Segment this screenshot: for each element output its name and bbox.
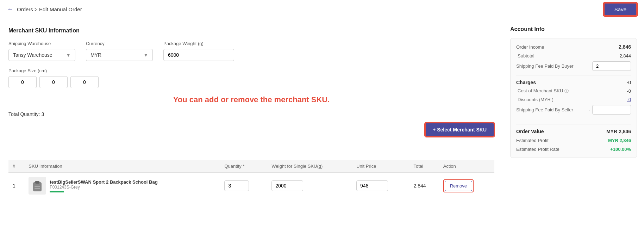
discounts-label: Discounts (MYR ) (518, 97, 554, 102)
shipping-fee-seller-row: Shipping Fee Paid By Seller - (516, 105, 631, 115)
order-income-row: Order Income 2,846 (516, 44, 631, 50)
order-income-value: 2,846 (619, 44, 631, 50)
cell-quantity (220, 173, 267, 199)
size-h-input[interactable]: 0 (39, 76, 68, 88)
estimated-profit-rate-value: +100.00% (610, 147, 631, 152)
package-weight-label: Package Weight (g) (163, 41, 234, 46)
shipping-warehouse-value: Tansy Warehouse (13, 52, 52, 58)
shipping-fee-buyer-input[interactable]: 2 (592, 61, 631, 71)
discounts-value[interactable]: -0 (627, 97, 631, 102)
svg-rect-2 (35, 186, 40, 187)
remove-button[interactable]: Remove (445, 181, 472, 191)
chevron-down-icon: ▼ (66, 52, 71, 58)
package-size-group: Package Size (cm) 0 0 0 (8, 68, 99, 88)
col-total: Total (409, 160, 439, 173)
estimated-profit-label: Estimated Profit (516, 138, 549, 143)
sku-message: You can add or remove the merchant SKU. (8, 95, 494, 104)
currency-value: MYR (90, 52, 101, 58)
package-weight-input[interactable]: 6000 (163, 49, 234, 61)
subtotal-value: 2,844 (619, 53, 631, 59)
charges-row: Charges -0 (516, 80, 631, 85)
main-layout: Merchant SKU Information Shipping Wareho… (0, 19, 644, 246)
remove-btn-wrapper: Remove (443, 179, 474, 192)
sku-controls: Total Quantity: 3 + Select Merchant SKU (8, 111, 494, 142)
charges-label: Charges (516, 80, 536, 85)
info-icon: ⓘ (564, 88, 569, 93)
size-w-input[interactable]: 0 (8, 76, 37, 88)
shipping-fee-seller-dash: - (589, 107, 590, 112)
table-row: 1 testBigSellerSWAN Sport 2 Backpack Sch… (8, 173, 494, 199)
cell-total: 2,844 (409, 173, 439, 199)
svg-rect-3 (35, 188, 40, 189)
right-panel: Account Info Order Income 2,846 Subtotal… (503, 19, 644, 246)
cost-merchant-row: Cost of Merchant SKU ⓘ -0 (516, 88, 631, 94)
divider-1 (516, 75, 631, 75)
form-row-2: Package Size (cm) 0 0 0 (8, 68, 494, 88)
cell-weight (267, 173, 352, 199)
sku-table: # SKU Information Quantity * Weight for … (8, 160, 494, 199)
sku-status-bar (50, 191, 64, 192)
package-size-inputs: 0 0 0 (8, 76, 99, 88)
col-sku-info: SKU Information (24, 160, 220, 173)
sku-weight-input[interactable] (271, 180, 303, 191)
col-action: Action (439, 160, 494, 173)
shipping-fee-buyer-row: Shipping Fee Paid By Buyer 2 (516, 61, 631, 71)
table-header-row: # SKU Information Quantity * Weight for … (8, 160, 494, 173)
order-income-label: Order Income (516, 44, 544, 50)
shipping-fee-buyer-label: Shipping Fee Paid By Buyer (516, 63, 574, 69)
currency-label: Currency (86, 41, 153, 46)
total-qty: Total Quantity: 3 (8, 111, 494, 117)
breadcrumb-area: ← Orders > Edit Manual Order (7, 6, 82, 13)
shipping-warehouse-group: Shipping Warehouse Tansy Warehouse ▼ (8, 41, 75, 61)
currency-select[interactable]: MYR ▼ (86, 49, 153, 61)
order-value-amount: MYR 2,846 (606, 129, 631, 134)
cost-merchant-value: -0 (627, 88, 631, 94)
back-arrow-icon[interactable]: ← (7, 6, 13, 13)
section-title: Merchant SKU Information (8, 27, 494, 34)
shipping-fee-seller-input[interactable] (592, 105, 631, 115)
order-value-row: Order Value MYR 2,846 (516, 124, 631, 134)
svg-rect-1 (35, 181, 39, 184)
estimated-profit-row: Estimated Profit MYR 2,846 (516, 138, 631, 143)
subtotal-row: Subtotal 2,844 (516, 53, 631, 59)
estimated-profit-value: MYR 2,846 (608, 138, 631, 143)
charges-value: -0 (627, 80, 631, 85)
cell-sku-info: testBigSellerSWAN Sport 2 Backpack Schoo… (24, 173, 220, 199)
estimated-profit-rate-row: Estimated Profit Rate +100.00% (516, 147, 631, 152)
sku-name: testBigSellerSWAN Sport 2 Backpack Schoo… (50, 179, 157, 185)
chevron-down-icon-2: ▼ (143, 52, 148, 58)
currency-group: Currency MYR ▼ (86, 41, 153, 61)
size-d-input[interactable]: 0 (70, 76, 99, 88)
sku-details: testBigSellerSWAN Sport 2 Backpack Schoo… (50, 179, 157, 192)
discounts-row: Discounts (MYR ) -0 (516, 97, 631, 102)
shipping-warehouse-label: Shipping Warehouse (8, 41, 75, 46)
shipping-warehouse-select[interactable]: Tansy Warehouse ▼ (8, 49, 75, 61)
sku-unit-price-input[interactable] (356, 180, 388, 191)
package-size-label: Package Size (cm) (8, 68, 99, 73)
select-merchant-sku-button[interactable]: + Select Merchant SKU (425, 123, 494, 137)
col-unit-price: Unit Price (352, 160, 409, 173)
account-info-card: Order Income 2,846 Subtotal 2,844 Shippi… (510, 38, 637, 158)
col-weight: Weight for Single SKU(g) (267, 160, 352, 173)
divider-2 (516, 119, 631, 119)
top-bar: ← Orders > Edit Manual Order Save (0, 0, 644, 19)
breadcrumb: Orders > Edit Manual Order (17, 6, 82, 12)
sku-code: F001243S-Grey (50, 185, 157, 190)
cell-unit-price (352, 173, 409, 199)
estimated-profit-rate-label: Estimated Profit Rate (516, 147, 559, 152)
cell-index: 1 (8, 173, 24, 199)
account-info-title: Account Info (510, 26, 637, 32)
col-index: # (8, 160, 24, 173)
col-quantity: Quantity * (220, 160, 267, 173)
sku-quantity-input[interactable] (224, 180, 249, 191)
subtotal-label: Subtotal (518, 53, 534, 59)
cell-action: Remove (439, 173, 494, 199)
left-panel: Merchant SKU Information Shipping Wareho… (0, 19, 503, 246)
save-button[interactable]: Save (604, 3, 637, 16)
package-weight-group: Package Weight (g) 6000 (163, 41, 234, 61)
order-value-label: Order Value (516, 129, 544, 134)
form-row-1: Shipping Warehouse Tansy Warehouse ▼ Cur… (8, 41, 494, 61)
cost-merchant-label: Cost of Merchant SKU ⓘ (518, 88, 569, 94)
sku-image (29, 177, 46, 195)
shipping-fee-seller-label: Shipping Fee Paid By Seller (516, 107, 573, 112)
